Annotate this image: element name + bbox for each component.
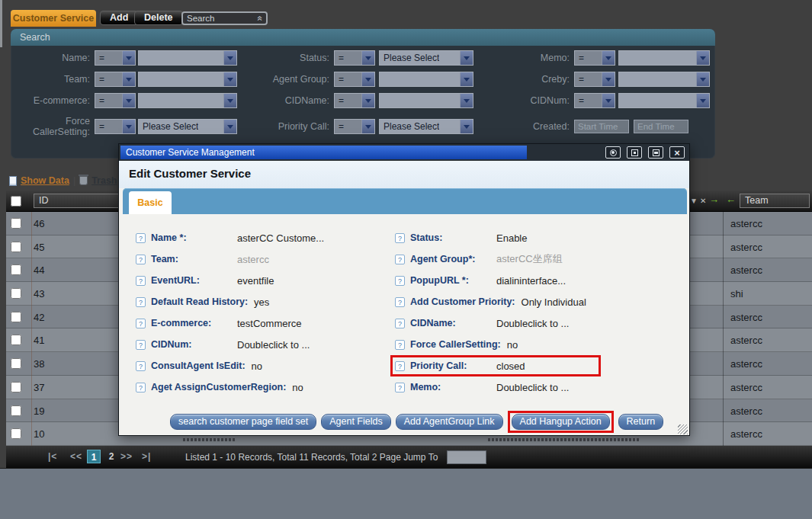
help-icon[interactable]: ? <box>136 340 146 350</box>
ecommerce-value-select[interactable] <box>138 93 237 108</box>
name-operator-select[interactable]: = <box>95 50 136 66</box>
window-button[interactable] <box>605 146 621 159</box>
agent-group-value-select[interactable] <box>379 72 473 87</box>
help-icon[interactable]: ? <box>395 361 405 371</box>
last-page-button[interactable]: >| <box>142 451 151 462</box>
toolbar-search-input[interactable] <box>183 14 258 23</box>
name-value-select[interactable] <box>138 50 237 66</box>
creby-value-select[interactable] <box>618 72 710 87</box>
row-checkbox[interactable] <box>11 382 21 392</box>
cidname-operator-select[interactable]: = <box>334 93 375 108</box>
collapse-panel-icon[interactable]: « <box>255 16 266 21</box>
dialog-title-bar[interactable]: Customer Service Management × <box>119 144 689 161</box>
add-agentgroup-link-button[interactable]: Add AgentGroup Link <box>396 414 503 430</box>
field-value[interactable]: Only Individual <box>522 296 586 308</box>
help-icon[interactable]: ? <box>136 233 146 243</box>
force-callersetting-value-select[interactable]: Please Select <box>138 119 237 134</box>
restore-button[interactable] <box>648 146 663 159</box>
help-icon[interactable]: ? <box>395 297 405 307</box>
trash-link[interactable]: Trash <box>91 175 117 186</box>
sort-desc-icon[interactable]: ▼ <box>690 196 698 207</box>
field-value[interactable]: yes <box>254 296 269 308</box>
column-header-id[interactable]: ID <box>34 194 119 208</box>
move-column-left-icon[interactable]: ← <box>726 194 736 205</box>
created-end-time-input[interactable] <box>634 120 688 133</box>
row-checkbox[interactable] <box>11 428 21 439</box>
field-value[interactable]: no <box>252 360 262 372</box>
next-page-button[interactable]: >> <box>120 451 133 462</box>
help-icon[interactable]: ? <box>395 255 405 264</box>
help-icon[interactable]: ? <box>136 361 146 371</box>
status-operator-select[interactable]: = <box>334 50 375 66</box>
created-start-time-input[interactable] <box>574 120 629 133</box>
help-icon[interactable]: ? <box>395 340 405 350</box>
cidnum-operator-select[interactable]: = <box>574 93 615 108</box>
add-hangup-action-button[interactable]: Add Hangup Action <box>512 414 610 430</box>
field-value[interactable]: no <box>507 339 518 351</box>
help-icon[interactable]: ? <box>136 297 146 307</box>
close-button[interactable]: × <box>669 146 685 159</box>
field-value[interactable]: Doubleclick to ... <box>496 382 569 393</box>
help-icon[interactable]: ? <box>136 319 146 328</box>
force-callersetting-operator-select[interactable]: = <box>95 119 136 134</box>
field-value[interactable]: Doubleclick to ... <box>237 339 310 351</box>
agent-group-operator-select[interactable]: = <box>334 72 375 87</box>
help-icon[interactable]: ? <box>136 383 146 392</box>
field-value[interactable]: astercc <box>237 254 269 265</box>
row-checkbox[interactable] <box>11 242 21 252</box>
priority-call-value-select[interactable]: Please Select <box>379 119 473 134</box>
page-number[interactable]: 2 <box>104 450 118 463</box>
page-number-current[interactable]: 1 <box>87 450 101 463</box>
cidname-value-select[interactable] <box>379 93 473 108</box>
add-button[interactable]: Add <box>100 11 138 25</box>
first-page-button[interactable]: |< <box>48 451 57 462</box>
ecommerce-operator-select[interactable]: = <box>95 93 136 108</box>
agent-fields-button[interactable]: Agent Fields <box>321 414 390 430</box>
memo-operator-select[interactable]: = <box>574 50 615 66</box>
resize-handle[interactable] <box>678 424 688 434</box>
creby-operator-select[interactable]: = <box>574 72 615 87</box>
maximize-button[interactable] <box>627 146 642 159</box>
memo-value-select[interactable] <box>618 50 710 66</box>
field-value[interactable]: eventfile <box>237 275 274 287</box>
team-value-select[interactable] <box>138 72 237 87</box>
row-checkbox[interactable] <box>11 218 21 229</box>
row-checkbox[interactable] <box>11 264 21 275</box>
field-value[interactable]: closed <box>496 360 525 372</box>
row-checkbox[interactable] <box>11 405 21 416</box>
status-value-select[interactable]: Please Select <box>379 50 473 66</box>
field-value[interactable]: dialininterface... <box>496 275 566 287</box>
return-button[interactable]: Return <box>618 414 664 430</box>
select-all-checkbox[interactable] <box>11 196 21 207</box>
jump-to-page-input[interactable] <box>447 450 486 464</box>
help-icon[interactable]: ? <box>136 276 146 286</box>
field-value[interactable]: testCommerce <box>237 318 302 329</box>
row-checkbox[interactable] <box>11 358 21 369</box>
help-icon[interactable]: ? <box>395 383 405 392</box>
field-value[interactable]: Doubleclick to ... <box>496 318 569 329</box>
field-value[interactable]: asterCC Custome... <box>237 232 324 244</box>
row-checkbox[interactable] <box>11 288 21 299</box>
move-column-right-icon[interactable]: → <box>709 194 719 205</box>
cidnum-value-select[interactable] <box>618 93 710 108</box>
delete-button[interactable]: Delete <box>134 11 183 25</box>
tab-customer-service[interactable]: Customer Service <box>11 10 96 27</box>
prev-page-button[interactable]: << <box>70 451 82 462</box>
field-value[interactable]: Enable <box>496 232 527 244</box>
show-data-link[interactable]: Show Data <box>21 175 69 186</box>
help-icon[interactable]: ? <box>395 276 405 286</box>
help-icon[interactable]: ? <box>395 319 405 328</box>
search-customer-page-field-set-button[interactable]: search customer page field set <box>170 414 316 430</box>
row-checkbox[interactable] <box>11 335 21 345</box>
help-icon[interactable]: ? <box>395 233 405 243</box>
team-operator-select[interactable]: = <box>95 72 136 87</box>
field-label-cidname: CIDName: <box>244 95 329 106</box>
field-value[interactable]: no <box>292 382 303 393</box>
priority-call-operator-select[interactable]: = <box>334 119 375 134</box>
field-value[interactable]: asterCC坐席组 <box>496 252 563 266</box>
help-icon[interactable]: ? <box>136 255 146 264</box>
remove-column-icon[interactable]: ✕ <box>700 196 706 207</box>
tab-basic[interactable]: Basic <box>129 191 172 214</box>
column-header-team[interactable]: Team <box>740 194 810 208</box>
row-checkbox[interactable] <box>11 312 21 322</box>
